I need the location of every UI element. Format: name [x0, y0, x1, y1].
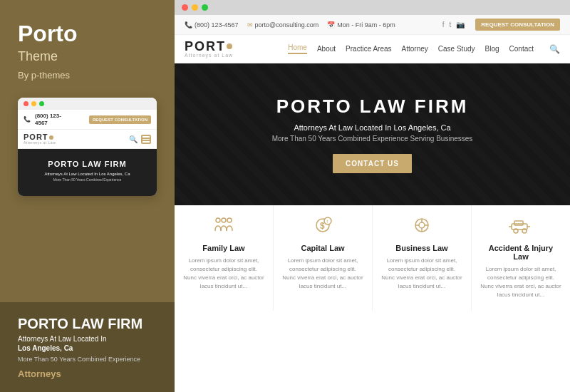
left-bottom-sub: Attorneys At Law Located In	[18, 335, 157, 343]
logo-sub: Attorneys at Law	[185, 53, 233, 58]
mini-phone-number: (800) 123-4567	[35, 113, 61, 126]
mini-hero-sub: Attorneys At Law Located In Los Angeles,…	[25, 172, 150, 176]
dot-green[interactable]	[202, 4, 208, 11]
mini-dot-red	[24, 101, 28, 106]
practice-areas-section: Family Law Lorem ipsum dolor sit amet, c…	[175, 205, 570, 311]
svg-point-8	[419, 222, 425, 228]
website: 📞 (800) 123-4567 ✉ porto@consulting.com …	[175, 15, 570, 392]
mini-logo: PORT Attorneys at Law	[24, 133, 56, 145]
nav-contact[interactable]: Contact	[509, 45, 534, 53]
phone-number: (800) 123-4567	[195, 21, 239, 29]
left-bottom-located: Located In	[73, 335, 107, 343]
email-icon: ✉	[247, 21, 253, 29]
business-law-icon	[381, 217, 462, 238]
nav-case-study[interactable]: Case Study	[438, 45, 475, 53]
hero-attorneys-at-law: Attorneys At Law	[294, 123, 353, 132]
mini-hero-content: PORTO LAW FIRM Attorneys At Law Located …	[25, 159, 150, 181]
business-law-desc: Lorem ipsum dolor sit amet, consectetur …	[381, 257, 462, 291]
email-address: porto@consulting.com	[255, 21, 319, 29]
clock-icon: 📅	[327, 21, 335, 29]
theme-title: Porto	[18, 21, 157, 46]
mini-browser-bar	[18, 98, 157, 110]
mini-hero-sub-white: Located In Los Angeles, Ca	[78, 172, 130, 176]
left-bottom-section: PORTO LAW FIRM Attorneys At Law Located …	[0, 302, 175, 392]
business-hours: Mon - Fri 9am - 6pm	[337, 21, 395, 29]
main-nav: PORT Attorneys at Law Home About Practic…	[175, 35, 570, 63]
nav-blog[interactable]: Blog	[485, 45, 499, 53]
hero-content: PORTO LAW FIRM Attorneys At Law Located …	[189, 96, 556, 173]
nav-links: Home About Practice Areas Attorney Case …	[288, 43, 560, 54]
practice-card-business: Business Law Lorem ipsum dolor sit amet,…	[373, 205, 472, 311]
search-icon[interactable]: 🔍	[549, 44, 560, 54]
nav-about[interactable]: About	[317, 45, 336, 53]
accident-law-title: Accident & Injury Law	[480, 244, 561, 261]
capital-law-title: Capital Law	[282, 244, 363, 252]
capital-law-icon: $ ↑	[282, 217, 363, 238]
svg-rect-14	[514, 221, 523, 225]
mini-nav: PORT Attorneys at Law 🔍	[18, 130, 157, 149]
attorneys-label: Attorneys	[18, 368, 157, 379]
left-bottom-location: Los Angeles, Ca	[18, 344, 157, 352]
left-panel: Porto Theme By p-themes 📞 (800) 123-4567…	[0, 0, 175, 392]
twitter-icon[interactable]: t	[450, 21, 452, 29]
practice-card-accident: Accident & Injury Law Lorem ipsum dolor …	[472, 205, 570, 311]
hero-title: PORTO LAW FIRM	[189, 96, 556, 118]
theme-author: By p-themes	[18, 70, 157, 81]
email-item: ✉ porto@consulting.com	[247, 21, 319, 29]
svg-point-2	[227, 218, 232, 222]
capital-law-desc: Lorem ipsum dolor sit amet, consectetur …	[282, 257, 363, 291]
mini-hero: PORTO LAW FIRM Attorneys At Law Located …	[18, 149, 157, 195]
nav-practice-areas[interactable]: Practice Areas	[346, 45, 391, 53]
dot-red[interactable]	[182, 4, 188, 11]
nav-attorney[interactable]: Attorney	[402, 45, 428, 53]
phone-icon: 📞	[185, 21, 192, 29]
accident-law-desc: Lorem ipsum dolor sit amet, consectetur …	[480, 265, 561, 299]
request-consultation-btn[interactable]: REQUEST CONSULTATION	[475, 19, 560, 31]
family-law-icon	[183, 217, 264, 238]
hero-section: PORTO LAW FIRM Attorneys At Law Located …	[175, 63, 570, 205]
hours-item: 📅 Mon - Fri 9am - 6pm	[327, 21, 395, 29]
right-panel: 📞 (800) 123-4567 ✉ porto@consulting.com …	[175, 0, 570, 392]
mini-search-icon[interactable]: 🔍	[129, 135, 138, 143]
mini-hamburger-icon[interactable]	[141, 135, 151, 144]
nav-home[interactable]: Home	[288, 43, 307, 54]
mini-phone-icon: 📞	[24, 116, 31, 123]
hero-location: Located In Los Angeles, Ca	[355, 123, 451, 132]
instagram-icon[interactable]: 📷	[456, 21, 465, 29]
facebook-icon[interactable]: f	[442, 21, 445, 29]
phone-item: 📞 (800) 123-4567	[185, 21, 239, 29]
hero-subtitle: Attorneys At Law Located In Los Angeles,…	[189, 123, 556, 132]
mini-topbar: 📞 (800) 123-4567 REQUEST CONSULTATION	[18, 110, 157, 130]
practice-card-capital: $ ↑ Capital Law Lorem ipsum dolor sit am…	[274, 205, 373, 311]
family-law-title: Family Law	[183, 244, 264, 252]
logo-circle	[227, 43, 232, 49]
theme-subtitle: Theme	[18, 49, 157, 64]
social-links: f t 📷 REQUEST CONSULTATION	[442, 19, 560, 31]
left-bottom-title: PORTO LAW FIRM	[18, 315, 157, 332]
hero-desc: More Than 50 Years Combined Experience S…	[189, 135, 556, 143]
browser-chrome	[175, 0, 570, 15]
mini-hero-title: PORTO LAW FIRM	[25, 159, 150, 169]
dot-yellow[interactable]	[192, 4, 198, 11]
mini-dot-yellow	[31, 101, 36, 106]
top-bar: 📞 (800) 123-4567 ✉ porto@consulting.com …	[175, 15, 570, 35]
mini-dot-green	[39, 101, 44, 106]
business-law-title: Business Law	[381, 244, 462, 252]
logo-text: PORT	[185, 40, 233, 53]
family-law-desc: Lorem ipsum dolor sit amet, consectetur …	[183, 257, 264, 291]
mini-logo-sub: Attorneys at Law	[24, 141, 56, 145]
logo: PORT Attorneys at Law	[185, 40, 233, 58]
practice-card-family: Family Law Lorem ipsum dolor sit amet, c…	[175, 205, 274, 311]
mini-nav-icons: 🔍	[129, 135, 151, 144]
mini-request-btn[interactable]: REQUEST CONSULTATION	[89, 115, 151, 124]
mini-hero-sub-gold: Attorneys At Law	[44, 172, 76, 176]
left-bottom-desc: More Than 50 Years Combined Experience	[18, 355, 157, 364]
left-bottom-attorneys-at-law: Attorneys At Law	[18, 335, 71, 343]
contact-us-button[interactable]: CONTACT US	[333, 154, 412, 173]
svg-point-0	[216, 218, 220, 222]
svg-point-1	[222, 218, 226, 222]
mini-browser: 📞 (800) 123-4567 REQUEST CONSULTATION PO…	[18, 98, 157, 195]
mini-hero-desc: More Than 50 Years Combined Experience	[25, 177, 150, 182]
svg-text:↑: ↑	[326, 218, 329, 225]
accident-law-icon	[480, 217, 561, 238]
